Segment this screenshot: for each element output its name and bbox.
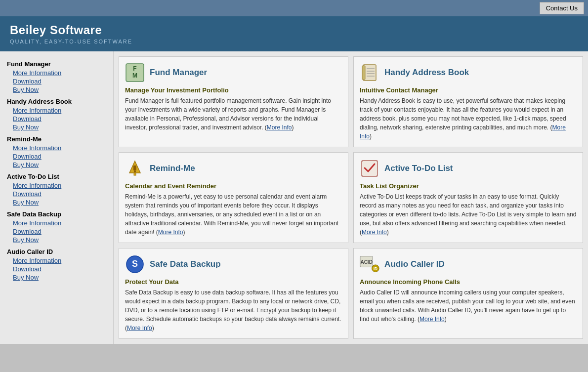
product-card-header: Active To-Do List: [360, 159, 577, 178]
fm-icon: F M: [125, 63, 145, 83]
product-description: Audio Caller ID will announce incoming c…: [360, 288, 577, 324]
product-description: Fund Manager is full featured portfolio …: [125, 96, 342, 132]
sidebar-link-sdb-download[interactable]: Download: [7, 227, 113, 236]
product-card-handy-address-book: Handy Address BookIntuitive Contact Mana…: [353, 56, 583, 147]
more-info-link[interactable]: More Info: [362, 229, 387, 236]
sidebar-link-atd-more[interactable]: More Information: [7, 181, 113, 190]
product-title: Handy Address Book: [384, 68, 469, 78]
product-description: Safe Data Backup is easy to use data bac…: [125, 288, 342, 332]
sidebar-link-acid-buy[interactable]: Buy Now: [7, 273, 113, 282]
product-subtitle: Task List Organizer: [360, 182, 577, 190]
sidebar-section-title: Safe Data Backup: [7, 210, 113, 218]
product-card-active-todo-list: Active To-Do ListTask List OrganizerActi…: [353, 152, 583, 243]
product-title: Safe Data Backup: [150, 259, 221, 269]
sidebar-section-title: Active To-Do List: [7, 173, 113, 180]
rm-icon: [125, 159, 145, 178]
sidebar-link-sdb-more[interactable]: More Information: [7, 219, 113, 227]
more-info-link[interactable]: More Info: [158, 229, 183, 236]
main-content: Fund ManagerMore InformationDownloadBuy …: [0, 51, 588, 344]
more-info-link[interactable]: More Info: [267, 124, 292, 131]
product-subtitle: Calendar and Event Reminder: [125, 182, 342, 190]
product-card-audio-caller-id: ACID ID Audio Caller IDAnnounce Incoming…: [353, 248, 583, 339]
more-info-link[interactable]: More Info: [420, 316, 445, 323]
more-info-link[interactable]: More Info: [360, 124, 566, 140]
product-subtitle: Manage Your Investment Portfolio: [125, 86, 342, 94]
sidebar-section-title: Fund Manager: [7, 60, 113, 68]
svg-rect-4: [362, 66, 365, 80]
sidebar-link-rm-more[interactable]: More Information: [7, 144, 113, 152]
product-subtitle: Intuitive Contact Manager: [360, 86, 577, 94]
svg-point-12: [134, 170, 136, 172]
site-header: Beiley Software QUALITY, EASY-TO-USE SOF…: [0, 16, 588, 51]
sidebar-section-title: Handy Address Book: [7, 98, 113, 105]
more-info-link[interactable]: More Info: [127, 325, 152, 331]
sidebar-link-fm-download[interactable]: Download: [7, 77, 113, 85]
product-subtitle: Announce Incoming Phone Calls: [360, 278, 577, 286]
sidebar-link-sdb-buy[interactable]: Buy Now: [7, 236, 113, 244]
product-title: Active To-Do List: [384, 164, 453, 173]
svg-text:F: F: [133, 65, 136, 72]
sidebar-link-fm-buy[interactable]: Buy Now: [7, 85, 113, 94]
svg-rect-10: [134, 173, 136, 175]
product-title: Fund Manager: [150, 68, 207, 78]
sidebar-link-hab-buy[interactable]: Buy Now: [7, 123, 113, 131]
sidebar-section-title: Remind-Me: [7, 135, 113, 143]
product-card-fund-manager: F M Fund ManagerManage Your Investment P…: [119, 56, 348, 147]
sidebar-link-atd-buy[interactable]: Buy Now: [7, 198, 113, 207]
product-title: Remind-Me: [150, 164, 195, 173]
sidebar-link-acid-download[interactable]: Download: [7, 265, 113, 273]
product-card-header: S Safe Data Backup: [125, 254, 342, 274]
site-title: Beiley Software: [10, 23, 578, 37]
product-description: Active To-Do List keeps track of your ta…: [360, 192, 577, 237]
sidebar-link-hab-download[interactable]: Download: [7, 115, 113, 123]
sidebar: Fund ManagerMore InformationDownloadBuy …: [0, 51, 114, 344]
product-card-header: ACID ID Audio Caller ID: [360, 254, 577, 274]
sdb-icon: S: [125, 254, 145, 274]
acid-icon: ACID ID: [360, 254, 379, 274]
sidebar-link-acid-more[interactable]: More Information: [7, 256, 113, 265]
product-card-remind-me: Remind-MeCalendar and Event ReminderRemi…: [119, 152, 348, 243]
product-description: Handy Address Book is easy to use, yet p…: [360, 96, 577, 141]
product-card-header: F M Fund Manager: [125, 63, 342, 83]
product-card-header: Handy Address Book: [360, 63, 577, 83]
sidebar-link-rm-download[interactable]: Download: [7, 152, 113, 161]
product-subtitle: Protect Your Data: [125, 278, 342, 286]
site-subtitle: QUALITY, EASY-TO-USE SOFTWARE: [10, 39, 578, 44]
svg-text:ID: ID: [374, 267, 378, 271]
atd-icon: [360, 159, 379, 178]
svg-rect-13: [362, 161, 378, 176]
svg-text:M: M: [132, 72, 137, 79]
svg-rect-11: [133, 165, 136, 170]
svg-text:S: S: [132, 259, 138, 269]
sidebar-link-atd-download[interactable]: Download: [7, 190, 113, 198]
product-card-header: Remind-Me: [125, 159, 342, 178]
hab-icon: [360, 63, 379, 83]
contact-us-button[interactable]: Contact Us: [540, 2, 584, 14]
sidebar-link-rm-buy[interactable]: Buy Now: [7, 161, 113, 169]
product-description: Remind-Me is a powerful, yet easy to use…: [125, 192, 342, 237]
sidebar-section-title: Audio Caller ID: [7, 248, 113, 255]
sidebar-link-fm-more[interactable]: More Information: [7, 69, 113, 77]
product-grid: F M Fund ManagerManage Your Investment P…: [114, 51, 588, 344]
svg-text:ACID: ACID: [360, 259, 372, 265]
product-card-safe-data-backup: S Safe Data BackupProtect Your DataSafe …: [119, 248, 348, 339]
sidebar-link-hab-more[interactable]: More Information: [7, 106, 113, 115]
product-title: Audio Caller ID: [384, 259, 445, 269]
top-bar: Contact Us: [0, 0, 588, 16]
